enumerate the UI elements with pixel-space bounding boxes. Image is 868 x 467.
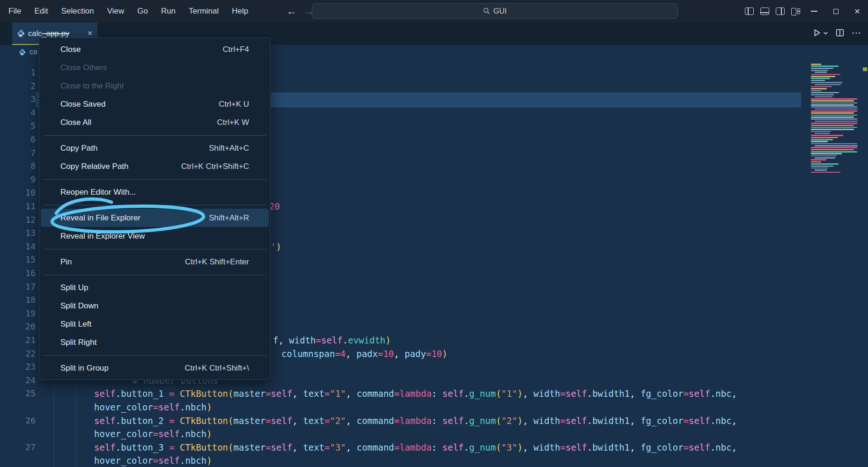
code-line: hover_color=self.nbch) [0,454,868,467]
menu-item-label: Close Saved [60,95,219,113]
line-number: 12 [13,213,36,227]
menubar-item-file[interactable]: File [2,0,28,22]
menu-item-copy-path[interactable]: Copy PathShift+Alt+C [41,139,269,157]
code-text: self.button_3 = CTkButton(master=self, t… [94,441,737,454]
code-text: f, width=self.evwidth) [273,334,391,347]
minimap-line [811,76,835,77]
toggle-panel-icon[interactable] [760,7,769,15]
code-text: hover_color=self.nbch) [94,454,212,467]
minimap-line [811,159,826,161]
minimap-line [811,149,854,151]
menu-item-pin[interactable]: PinCtrl+K Shift+Enter [41,253,269,271]
minimap-line [815,84,841,86]
menu-separator [44,179,266,180]
menu-item-copy-relative-path[interactable]: Copy Relative PathCtrl+K Ctrl+Shift+C [41,157,269,175]
restore-button[interactable] [825,0,846,22]
line-number: 11 [13,200,36,213]
line-number: 10 [13,186,36,200]
close-window-button[interactable]: ✕ [846,0,868,22]
minimap-line [811,94,834,95]
line-number: 18 [13,293,36,307]
menu-item-label: Split Up [60,278,249,297]
titlebar: FileEditSelectionViewGoRunTerminalHelp ←… [0,0,868,22]
search-icon [483,7,490,15]
line-number: 6 [13,133,36,146]
python-icon [19,49,26,56]
line-number: 24 [13,374,36,387]
menu-item-shortcut: Ctrl+F4 [223,40,249,58]
minimap-line [811,143,857,145]
minimap-line [811,100,854,102]
more-actions-icon[interactable]: ⋯ [852,27,861,38]
menubar-item-go[interactable]: Go [131,0,154,22]
minimap-line [811,82,842,83]
menu-item-reveal-in-file-explorer[interactable]: Reveal in File ExplorerShift+Alt+R [41,209,269,227]
minimap-line [811,141,828,142]
menubar-item-help[interactable]: Help [225,0,255,22]
run-icon [813,29,821,37]
tab-close-icon[interactable]: ✕ [87,29,93,37]
line-number: 25 [13,387,36,401]
menu-item-close-all[interactable]: Close AllCtrl+K W [41,113,269,131]
line-number: 17 [13,280,36,294]
menu-item-reopen-editor-with[interactable]: Reopen Editor With... [41,183,269,201]
menubar-item-terminal[interactable]: Terminal [182,0,225,22]
minimap-line [811,163,839,165]
menubar-item-selection[interactable]: Selection [55,0,101,22]
menubar-item-edit[interactable]: Edit [28,0,54,22]
minimap-line [811,172,840,173]
menu-item-close-others: Close Others [41,58,269,77]
minimap-line [811,147,857,148]
vscode-window: FileEditSelectionViewGoRunTerminalHelp ←… [0,0,868,467]
line-number: 5 [13,119,36,133]
line-number: 2 [13,80,36,93]
minimap-line [811,92,839,94]
minimap-line [811,98,857,100]
minimap-line [811,118,857,120]
minimap-line [811,151,857,153]
line-number: 20 [13,320,36,334]
minimap-line [815,72,827,73]
menu-item-label: Pin [60,253,185,271]
minimap-line [811,106,857,108]
minimap-line [815,169,827,171]
menu-item-reveal-in-explorer-view[interactable]: Reveal in Explorer View [41,227,269,245]
menu-item-split-down[interactable]: Split Down [41,297,269,315]
code-text: 20 [269,200,280,213]
minimap-line [811,80,825,81]
minimap-line [811,115,857,116]
menu-item-close[interactable]: CloseCtrl+F4 [41,40,269,58]
menu-item-split-up[interactable]: Split Up [41,278,269,297]
run-button[interactable] [813,29,828,37]
menu-item-label: Split Down [60,297,249,315]
menu-item-close-saved[interactable]: Close SavedCtrl+K U [41,95,269,113]
menubar-item-run[interactable]: Run [154,0,182,22]
back-arrow-icon[interactable]: ← [287,5,297,17]
toggle-secondary-sidebar-icon[interactable] [776,7,785,15]
breadcrumb[interactable]: ca [19,48,37,56]
menu-item-label: Close [60,40,223,58]
minimap-line [815,96,832,98]
line-number: 23 [13,360,36,374]
command-center-search[interactable]: GUI [312,3,678,19]
customize-layout-icon[interactable] [791,8,800,15]
minimap[interactable] [807,64,862,223]
menu-item-label: Reveal in Explorer View [60,227,249,245]
split-editor-icon[interactable] [836,29,844,37]
menu-item-split-in-group[interactable]: Split in GroupCtrl+K Ctrl+Shift+\ [41,359,269,377]
menu-item-label: Split Left [60,315,249,333]
menu-item-split-right[interactable]: Split Right [41,333,269,351]
search-text: GUI [493,7,507,15]
minimap-line [811,129,854,130]
menu-item-label: Split in Group [60,359,185,377]
menu-separator [44,135,266,136]
overview-ruler-mark [863,67,867,71]
line-number: 26 [13,414,36,428]
menu-item-label: Copy Path [60,139,209,157]
minimap-line [811,135,843,136]
menubar-item-view[interactable]: View [101,0,131,22]
menu-item-shortcut: Shift+Alt+C [209,139,249,157]
minimize-button[interactable] [803,0,825,22]
toggle-sidebar-icon[interactable] [745,7,754,15]
menu-item-split-left[interactable]: Split Left [41,315,269,333]
